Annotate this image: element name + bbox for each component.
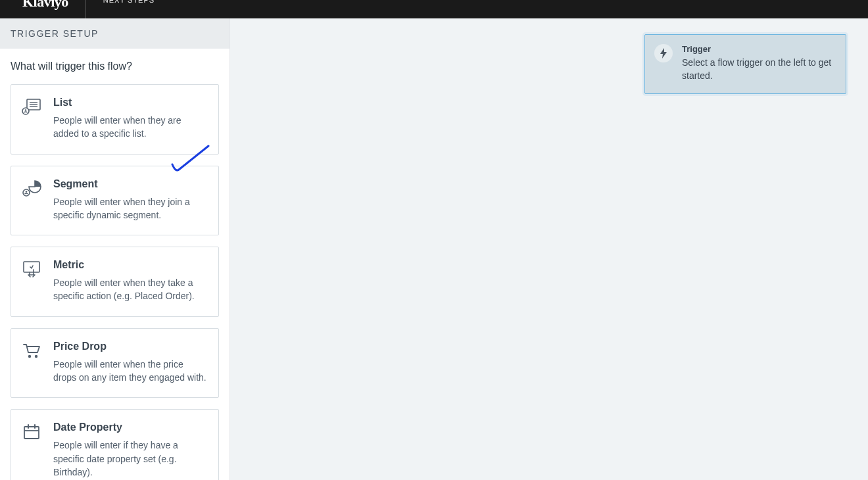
trigger-option-segment-desc: People will enter when they join a speci…: [53, 195, 208, 222]
sidebar-section-title: TRIGGER SETUP: [0, 18, 229, 49]
trigger-option-date-property-desc: People will enter if they have a specifi…: [53, 439, 208, 479]
trigger-hint-title: Trigger: [682, 44, 835, 54]
trigger-option-date-property[interactable]: Date Property People will enter if they …: [11, 409, 219, 480]
calendar-icon: [22, 423, 41, 443]
svg-rect-11: [24, 427, 39, 439]
trigger-option-metric-desc: People will enter when they take a speci…: [53, 276, 208, 303]
trigger-option-list-desc: People will enter when they are added to…: [53, 114, 208, 141]
trigger-option-segment[interactable]: Segment People will enter when they join…: [11, 166, 219, 236]
sidebar-body: What will trigger this flow? List: [0, 49, 229, 480]
trigger-option-date-property-text: Date Property People will enter if they …: [53, 421, 208, 479]
svg-point-9: [28, 355, 31, 358]
svg-point-7: [26, 191, 28, 193]
svg-point-4: [22, 108, 29, 114]
trigger-option-segment-title: Segment: [53, 178, 208, 190]
trigger-option-price-drop-text: Price Drop People will enter when the pr…: [53, 341, 208, 385]
trigger-setup-sidebar: TRIGGER SETUP What will trigger this flo…: [0, 18, 230, 480]
trigger-option-price-drop[interactable]: Price Drop People will enter when the pr…: [11, 328, 219, 398]
trigger-question: What will trigger this flow?: [11, 60, 219, 72]
cart-icon: [22, 342, 41, 362]
trigger-option-list-text: List People will enter when they are add…: [53, 97, 208, 141]
top-bar-divider: [85, 0, 86, 18]
metric-icon: [22, 260, 41, 280]
svg-rect-8: [24, 262, 39, 272]
next-steps-label: NEXT STEPS: [103, 0, 155, 4]
trigger-option-list[interactable]: List People will enter when they are add…: [11, 84, 219, 155]
svg-point-10: [35, 355, 37, 358]
main-layout: TRIGGER SETUP What will trigger this flo…: [0, 18, 868, 480]
trigger-option-price-drop-title: Price Drop: [53, 341, 208, 352]
flow-canvas[interactable]: Trigger Select a flow trigger on the lef…: [230, 18, 868, 480]
lightning-icon: [654, 44, 673, 62]
svg-point-5: [25, 109, 27, 111]
trigger-option-segment-text: Segment People will enter when they join…: [53, 178, 208, 222]
trigger-hint-desc: Select a flow trigger on the left to get…: [682, 56, 835, 83]
trigger-option-metric-title: Metric: [53, 259, 208, 271]
trigger-option-metric-text: Metric People will enter when they take …: [53, 259, 208, 303]
trigger-hint-card: Trigger Select a flow trigger on the lef…: [644, 34, 846, 94]
trigger-option-price-drop-desc: People will enter when the price drops o…: [53, 358, 208, 385]
trigger-option-metric[interactable]: Metric People will enter when they take …: [11, 247, 219, 317]
svg-point-6: [23, 189, 30, 196]
top-bar: Klaviyo NEXT STEPS: [0, 0, 868, 18]
list-icon: [22, 98, 41, 118]
segment-icon: [22, 180, 41, 199]
brand-logo: Klaviyo: [22, 0, 68, 11]
trigger-option-list-title: List: [53, 97, 208, 108]
trigger-option-date-property-title: Date Property: [53, 421, 208, 433]
trigger-hint-body: Trigger Select a flow trigger on the lef…: [682, 44, 835, 83]
